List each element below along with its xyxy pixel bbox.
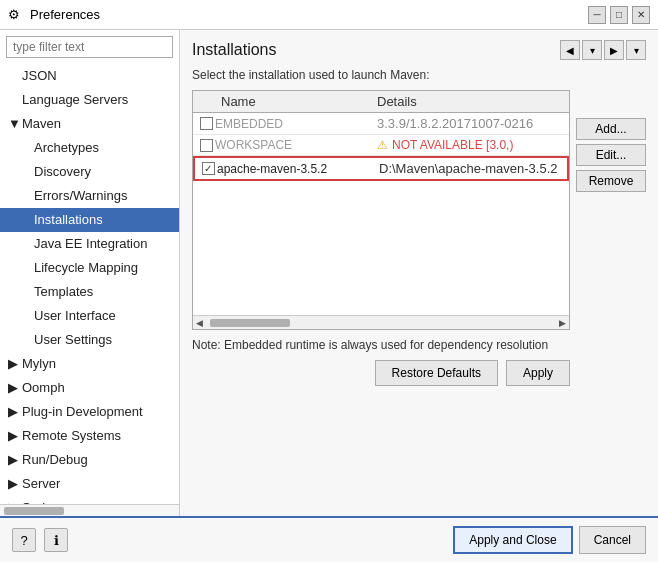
sidebar-item-mylyn[interactable]: ▶Mylyn — [0, 352, 179, 376]
panel-nav-buttons: ◀ ▾ ▶ ▾ — [560, 40, 646, 60]
table-row[interactable]: WORKSPACE⚠NOT AVAILABLE [3.0,) — [193, 135, 569, 156]
footer-left: ? ℹ — [12, 528, 68, 552]
info-icon: ℹ — [54, 533, 59, 548]
restore-defaults-button[interactable]: Restore Defaults — [375, 360, 498, 386]
sidebar-item-run-debug[interactable]: ▶Run/Debug — [0, 448, 179, 472]
cancel-button[interactable]: Cancel — [579, 526, 646, 554]
table-header: Name Details — [193, 91, 569, 113]
row-name-workspace: WORKSPACE — [215, 138, 377, 152]
nav-forward-button[interactable]: ▶ — [604, 40, 624, 60]
bottom-action-row: Restore Defaults Apply — [192, 360, 570, 386]
window-controls: ─ □ ✕ — [588, 6, 650, 24]
panel-header: Installations ◀ ▾ ▶ ▾ — [192, 40, 646, 60]
sidebar-item-discovery[interactable]: Discovery — [0, 160, 179, 184]
row-name-embedded: EMBEDDED — [215, 117, 377, 131]
not-available-text: NOT AVAILABLE [3.0,) — [392, 138, 513, 152]
checkbox-inner — [200, 139, 213, 152]
row-details-workspace: ⚠NOT AVAILABLE [3.0,) — [377, 138, 565, 152]
remove-button[interactable]: Remove — [576, 170, 646, 192]
nav-back-button[interactable]: ◀ — [560, 40, 580, 60]
table-row[interactable]: EMBEDDED3.3.9/1.8.2.20171007-0216 — [193, 113, 569, 135]
side-buttons: Add... Edit... Remove — [576, 90, 646, 506]
content-with-buttons: Name Details EMBEDDED3.3.9/1.8.2.2017100… — [192, 90, 646, 506]
main-container: JSONLanguage Servers▼MavenArchetypesDisc… — [0, 30, 658, 516]
installations-table: Name Details EMBEDDED3.3.9/1.8.2.2017100… — [192, 90, 570, 330]
add-button[interactable]: Add... — [576, 118, 646, 140]
sidebar-item-java-ee[interactable]: Java EE Integration — [0, 232, 179, 256]
sidebar-item-oomph[interactable]: ▶Oomph — [0, 376, 179, 400]
footer-right: Apply and Close Cancel — [453, 526, 646, 554]
filter-input[interactable] — [6, 36, 173, 58]
sidebar-item-archetypes[interactable]: Archetypes — [0, 136, 179, 160]
nav-dropdown-button[interactable]: ▾ — [582, 40, 602, 60]
apply-close-button[interactable]: Apply and Close — [453, 526, 572, 554]
sidebar-item-templates[interactable]: Templates — [0, 280, 179, 304]
table-row[interactable]: ✓apache-maven-3.5.2D:\Maven\apache-maven… — [193, 156, 569, 181]
row-name-apache-maven: apache-maven-3.5.2 — [217, 162, 379, 176]
close-button[interactable]: ✕ — [632, 6, 650, 24]
sidebar-item-language-servers[interactable]: Language Servers — [0, 88, 179, 112]
right-panel: Installations ◀ ▾ ▶ ▾ Select the install… — [180, 30, 658, 516]
checkbox-inner: ✓ — [202, 162, 215, 175]
maximize-button[interactable]: □ — [610, 6, 628, 24]
row-checkbox-apache-maven[interactable]: ✓ — [199, 162, 217, 175]
checkbox-inner — [200, 117, 213, 130]
window-title: Preferences — [30, 7, 588, 22]
sidebar-item-user-settings[interactable]: User Settings — [0, 328, 179, 352]
scroll-thumb-x — [210, 319, 290, 327]
sidebar-scroll-thumb — [4, 507, 64, 515]
panel-subtitle: Select the installation used to launch M… — [192, 68, 646, 82]
sidebar-item-plugin-dev[interactable]: ▶Plug-in Development — [0, 400, 179, 424]
apply-button[interactable]: Apply — [506, 360, 570, 386]
sidebar-item-installations[interactable]: Installations — [0, 208, 179, 232]
sidebar-item-lifecycle[interactable]: Lifecycle Mapping — [0, 256, 179, 280]
table-body: EMBEDDED3.3.9/1.8.2.20171007-0216WORKSPA… — [193, 113, 569, 315]
scroll-left-arrow[interactable]: ◀ — [193, 318, 206, 328]
sidebar-item-errors-warnings[interactable]: Errors/Warnings — [0, 184, 179, 208]
col-name: Name — [197, 94, 377, 109]
warning-icon: ⚠ — [377, 138, 388, 152]
table-scrollbar-x[interactable]: ◀ ▶ — [193, 315, 569, 329]
window-icon: ⚙ — [8, 7, 24, 23]
sidebar: JSONLanguage Servers▼MavenArchetypesDisc… — [0, 30, 180, 516]
nav-forward-dropdown-button[interactable]: ▾ — [626, 40, 646, 60]
row-checkbox-workspace[interactable] — [197, 139, 215, 152]
panel-title: Installations — [192, 41, 277, 59]
sidebar-item-json[interactable]: JSON — [0, 64, 179, 88]
details-text: D:\Maven\apache-maven-3.5.2 — [379, 161, 557, 176]
info-button[interactable]: ℹ — [44, 528, 68, 552]
title-bar: ⚙ Preferences ─ □ ✕ — [0, 0, 658, 30]
help-button[interactable]: ? — [12, 528, 36, 552]
edit-button[interactable]: Edit... — [576, 144, 646, 166]
minimize-button[interactable]: ─ — [588, 6, 606, 24]
sidebar-item-server[interactable]: ▶Server — [0, 472, 179, 496]
dialog-footer: ? ℹ Apply and Close Cancel — [0, 516, 658, 562]
note-text: Note: Embedded runtime is always used fo… — [192, 338, 570, 352]
sidebar-item-spring[interactable]: ▶Spring — [0, 496, 179, 504]
row-details-apache-maven: D:\Maven\apache-maven-3.5.2 — [379, 161, 563, 176]
sidebar-item-maven[interactable]: ▼Maven — [0, 112, 179, 136]
tree-area: JSONLanguage Servers▼MavenArchetypesDisc… — [0, 64, 179, 504]
help-icon: ? — [20, 533, 27, 548]
sidebar-item-remote-systems[interactable]: ▶Remote Systems — [0, 424, 179, 448]
sidebar-scrollbar-x[interactable] — [0, 504, 179, 516]
scroll-right-arrow[interactable]: ▶ — [556, 318, 569, 328]
sidebar-item-user-interface[interactable]: User Interface — [0, 304, 179, 328]
row-checkbox-embedded[interactable] — [197, 117, 215, 130]
row-details-embedded: 3.3.9/1.8.2.20171007-0216 — [377, 116, 565, 131]
col-details: Details — [377, 94, 565, 109]
details-text: 3.3.9/1.8.2.20171007-0216 — [377, 116, 533, 131]
